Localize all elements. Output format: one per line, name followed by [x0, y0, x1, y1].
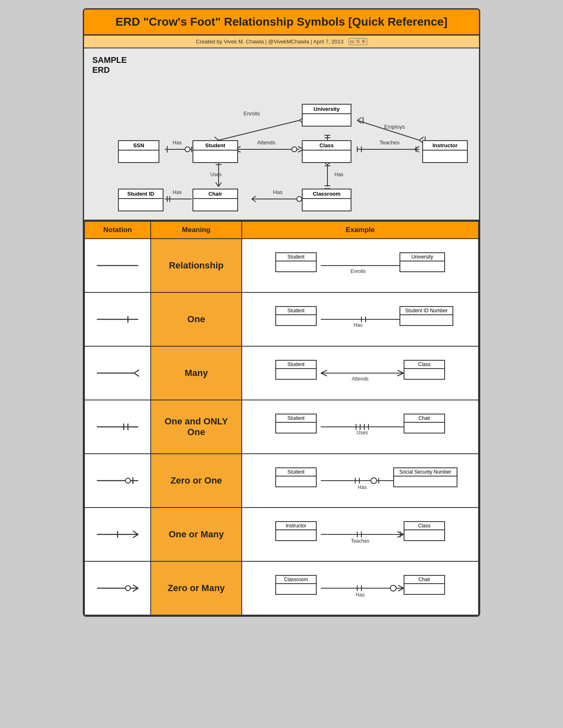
example-one-many: Teaches Instructor Class: [242, 508, 479, 561]
ex-box-uni-rel-title: University: [400, 253, 444, 261]
svg-point-23: [292, 147, 297, 152]
svg-text:Has: Has: [173, 189, 181, 195]
ex-box-student-oneonly: Student: [275, 414, 317, 433]
notation-relationship: [84, 239, 151, 292]
svg-line-78: [397, 373, 404, 376]
example-inner-many: Attends Student Class: [250, 352, 470, 394]
notation-svg-one: [93, 313, 142, 326]
ex-box-student-zoone-title: Student: [276, 468, 316, 477]
example-inner-zero-one: Has Student Social Security Number: [250, 460, 470, 501]
ex-box-class-zeromany-title: Classroom: [276, 576, 316, 584]
meaning-one: One: [151, 292, 242, 346]
ex-box-student-one-title: Student: [276, 307, 316, 315]
svg-text:Employs: Employs: [384, 124, 405, 130]
erd-canvas: Enrolls Employs Has: [92, 79, 471, 211]
table-header-row: Notation Meaning Example: [84, 221, 479, 239]
notation-one: [84, 292, 151, 346]
row-zero-many: Zero or Many Has Classr: [84, 561, 479, 615]
ex-box-class-many: Class: [404, 360, 445, 380]
notation-svg-many: [93, 367, 142, 379]
subtitle-bar: Created by Vivek M. Chawla | @VivekMChaw…: [84, 36, 479, 48]
erd-box-student: Student: [192, 140, 238, 163]
svg-text:Has: Has: [173, 140, 181, 146]
example-zero-one: Has Student Social Security Number: [242, 454, 479, 508]
svg-line-75: [134, 373, 139, 376]
svg-line-48: [252, 196, 256, 199]
svg-text:Has: Has: [273, 189, 283, 195]
svg-line-74: [134, 370, 139, 373]
notation-svg-one-only: [93, 421, 142, 433]
svg-text:Enrolls: Enrolls: [351, 268, 366, 274]
col-notation: Notation: [84, 221, 151, 239]
svg-line-11: [419, 137, 423, 140]
ex-box-class-onemany: Class: [404, 521, 445, 541]
meaning-relationship: Relationship: [151, 239, 242, 292]
example-inner-one-only: Uses Student Chair: [250, 406, 470, 448]
erd-box-instructor-title: Instructor: [423, 141, 467, 151]
svg-text:Teaches: Teaches: [351, 538, 370, 544]
meaning-one-many: One or Many: [151, 508, 242, 561]
ex-box-student-many-title: Student: [276, 361, 316, 369]
erd-box-classroom-title: Classroom: [303, 189, 351, 199]
ex-box-class-many-title: Class: [404, 361, 444, 369]
row-relationship: Relationship Enrolls Student University: [84, 239, 479, 292]
erd-box-class-title: Class: [303, 141, 351, 151]
svg-line-7: [357, 120, 419, 140]
erd-box-chair-title: Chair: [193, 189, 237, 199]
svg-point-92: [125, 478, 130, 483]
notation-one-many: [84, 508, 151, 561]
row-many: Many Attends Student: [84, 346, 479, 400]
ex-box-sid-one-title: Student ID Number: [400, 307, 452, 315]
example-one-only: Uses Student Chair: [242, 400, 479, 454]
svg-text:Has: Has: [334, 172, 343, 177]
svg-text:Has: Has: [356, 592, 364, 598]
meaning-many: Many: [151, 346, 242, 400]
ex-box-chair-oneonly: Chair: [404, 414, 445, 433]
col-example: Example: [242, 221, 479, 239]
ex-box-chair-oneonly-title: Chair: [404, 414, 444, 423]
notation-svg-one-many: [93, 528, 142, 541]
ex-box-uni-rel: University: [399, 252, 445, 272]
reference-table: Notation Meaning Example Relationship En…: [84, 221, 479, 615]
ex-box-ssn-zoone-title: Social Security Number: [394, 468, 457, 477]
svg-line-49: [252, 199, 256, 202]
ex-box-instr-onemany: Instructor: [275, 521, 317, 541]
svg-line-9: [357, 120, 361, 123]
notation-svg-zero-one: [93, 474, 142, 487]
erd-box-university-title: University: [303, 105, 351, 114]
page-title: ERD "Crow's Foot" Relationship Symbols […: [84, 10, 479, 36]
svg-point-97: [371, 478, 377, 484]
row-one: One Has Student Student ID Number: [84, 292, 479, 346]
erd-title: SAMPLEERD: [92, 55, 471, 75]
ex-box-instr-onemany-title: Instructor: [276, 522, 316, 530]
svg-line-1: [214, 137, 219, 140]
erd-box-chair: Chair: [192, 189, 238, 211]
svg-text:Teaches: Teaches: [380, 139, 400, 146]
example-one: Has Student Student ID Number: [242, 292, 479, 346]
ex-box-student-rel: Student: [275, 252, 317, 272]
svg-text:Attends: Attends: [352, 376, 369, 382]
ex-box-chair-zeromany-title: Chair: [404, 576, 444, 584]
ex-box-class-zeromany: Classroom: [275, 575, 317, 595]
meaning-zero-many: Zero or Many: [151, 561, 242, 615]
svg-line-80: [321, 373, 327, 376]
example-zero-many: Has Classroom Chair: [242, 561, 479, 615]
ex-box-sid-one: Student ID Number: [399, 306, 453, 326]
svg-line-43: [216, 182, 219, 187]
row-one-many: One or Many Teaches Ins: [84, 508, 479, 561]
example-relationship: Enrolls Student University: [242, 239, 479, 292]
svg-line-79: [321, 370, 327, 373]
notation-zero-one: [84, 454, 151, 508]
example-inner-one: Has Student Student ID Number: [250, 299, 470, 340]
row-zero-one: Zero or One Has Student: [84, 454, 479, 508]
ex-box-student-one: Student: [275, 306, 317, 326]
notation-svg-zero-many: [93, 582, 142, 594]
example-inner-zero-many: Has Classroom Chair: [250, 568, 470, 609]
svg-text:Uses: Uses: [210, 172, 221, 177]
ex-box-chair-zeromany: Chair: [404, 575, 445, 595]
page: ERD "Crow's Foot" Relationship Symbols […: [83, 8, 480, 617]
svg-line-44: [219, 182, 221, 187]
svg-line-107: [397, 532, 404, 534]
row-one-only: One and ONLY One Uses Student: [84, 400, 479, 454]
erd-section: SAMPLEERD Enrolls: [84, 48, 479, 221]
